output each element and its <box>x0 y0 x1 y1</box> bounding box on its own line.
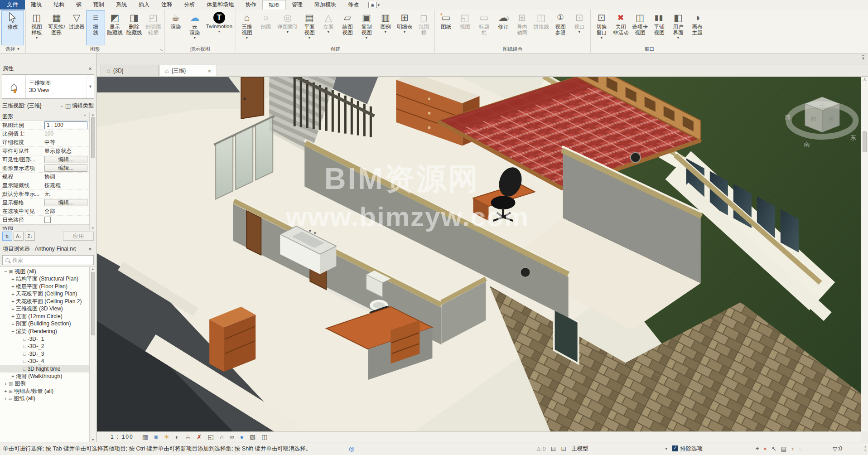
active-workset-dropdown[interactable]: 主模型 ▾ <box>571 445 667 453</box>
ribbon-tab[interactable]: 预制 <box>87 0 110 10</box>
scrollbar-thumb[interactable] <box>863 131 867 152</box>
ribbon-button[interactable]: ⊞ 导向轴网 <box>512 10 531 45</box>
sort-default-button[interactable]: ⇅ <box>2 232 12 241</box>
ribbon-button[interactable]: ⊞ 明细表 ▾ <box>395 10 415 45</box>
ribbon-tab[interactable]: 修改 <box>342 0 365 10</box>
editable-only-indicator[interactable]: ♙:0 <box>536 445 546 452</box>
ribbon-tab[interactable]: 建筑 <box>25 0 48 10</box>
edit-type-button[interactable]: ◫ 编辑类型 <box>65 102 94 110</box>
sort-ascending-button[interactable]: A↓ <box>14 232 24 241</box>
wall-sconce[interactable] <box>631 153 641 163</box>
close-icon[interactable]: × <box>87 246 93 252</box>
property-value[interactable]: 中等 <box>44 139 87 146</box>
tree-expander[interactable]: − <box>10 329 16 334</box>
ribbon-tab[interactable]: 分析 <box>178 0 201 10</box>
ribbon-button[interactable]: ◨ 删除隐藏线 <box>125 10 144 45</box>
tree-expander[interactable]: − <box>3 269 9 274</box>
top-wall[interactable] <box>97 77 240 92</box>
visual-style-icon[interactable]: ■ <box>154 432 158 441</box>
temp-view-properties-icon[interactable]: ▧ <box>250 432 256 441</box>
ribbon-tab[interactable]: 附加模块 <box>309 0 342 10</box>
tree-item[interactable]: − 渲染 (Rendering) <box>0 328 89 335</box>
property-value[interactable]: 编辑... <box>44 199 87 206</box>
chevron-down-icon[interactable]: ⌄ <box>60 103 63 108</box>
property-value[interactable]: 无 <box>44 190 87 198</box>
viewport-scrollbar[interactable]: ∧ <box>861 77 868 431</box>
ribbon-button[interactable]: ◰ 剖切面轮廓 <box>144 10 163 45</box>
temporary-hide-icon[interactable]: ● <box>240 432 243 441</box>
statusbar-resize-icons[interactable]: ∧∨ <box>864 445 867 452</box>
property-value[interactable]: 显示原状态 <box>44 147 87 155</box>
ribbon-button[interactable]: ▮▮ 平铺视图 <box>650 10 669 45</box>
ribbon-button[interactable]: ▣ 复制视图 ▾ <box>357 10 376 45</box>
dialog-launcher-icon[interactable]: ↘ <box>159 48 163 52</box>
wood-door[interactable] <box>241 77 264 119</box>
deselect-icon[interactable]: × <box>763 445 767 452</box>
scroll-down-icon[interactable]: ▾ <box>92 438 94 442</box>
ribbon-button[interactable]: ◻ 范围框 <box>414 10 433 45</box>
ribbon-button[interactable]: ○ 剖面 <box>256 10 275 45</box>
crop-view-icon[interactable]: ✗ <box>197 432 202 441</box>
tree-expander[interactable]: + <box>10 276 16 282</box>
file-tab[interactable]: 文件 <box>0 0 25 10</box>
tree-item[interactable]: + 楼层平面 (Floor Plan) <box>0 283 89 290</box>
tree-expander[interactable]: + <box>10 321 16 327</box>
browser-scrollbar[interactable]: ▴▾ <box>89 267 96 442</box>
tree-item[interactable]: + 漫游 (Walkthrough) <box>0 373 89 380</box>
tree-item[interactable]: + ▥ 图例 <box>0 380 89 388</box>
ribbon-tab[interactable]: 注释 <box>155 0 178 10</box>
ribbon-button[interactable]: ▤ 平面视图 ▾ <box>300 10 319 45</box>
tree-expander[interactable]: + <box>10 373 16 379</box>
ribbon-button[interactable]: △ 立面 ▾ <box>319 10 338 45</box>
tree-item[interactable]: + 剖面 (Building Section) <box>0 320 89 328</box>
panel-label-select[interactable]: 选择▼ <box>0 45 25 53</box>
tree-expander[interactable]: + <box>10 291 16 297</box>
exclude-options-checkbox[interactable]: 排除选项 <box>672 445 703 453</box>
tree-item[interactable]: + ▱ 图纸 (all) <box>0 395 89 403</box>
scale-button[interactable]: 1 : 100 <box>111 434 134 440</box>
unlocked-3d-icon[interactable]: ⌂ <box>220 432 223 441</box>
ribbon-button[interactable]: T Twinmotion ▾ <box>204 10 234 45</box>
ribbon-button[interactable]: ▥ 图例 ▾ <box>376 10 395 45</box>
shadows-icon[interactable]: ◐ <box>175 432 179 441</box>
tree-item[interactable]: + 三维视图 (3D View) <box>0 305 89 313</box>
tree-expander[interactable]: + <box>10 314 16 319</box>
ribbon-button[interactable]: ⊡ 切换窗口 ▾ <box>592 10 611 45</box>
ribbon-button[interactable]: ▱ 绘图视图 <box>338 10 357 45</box>
scroll-up-icon[interactable]: ▴ <box>92 112 94 116</box>
tree-expander[interactable]: + <box>10 284 16 289</box>
view-tab-3d[interactable]: ⌂ {3D} <box>101 65 159 76</box>
tree-item[interactable]: + ⊞ 明细表/数量 (all) <box>0 387 89 395</box>
type-selector[interactable]: ⌂ 三维视图 3D View ▼ <box>2 74 94 99</box>
drag-elements-icon[interactable]: + <box>791 445 795 452</box>
tree-item[interactable]: □ -3D-_4 <box>0 358 89 365</box>
ribbon-button[interactable]: ✖ 关闭非活动 <box>611 10 631 45</box>
ribbon-tab[interactable]: 插入 <box>133 0 155 10</box>
ribbon-button[interactable]: ☁ 云渲染 ▾ <box>185 10 204 45</box>
scrollbar-thumb[interactable] <box>91 117 95 158</box>
ribbon-button[interactable]: ◩ 显示隐藏线 <box>105 10 125 45</box>
ribbon-button[interactable]: ☁ 修订 <box>493 10 512 45</box>
ribbon-tab[interactable]: 体量和场地 <box>201 0 240 10</box>
property-value[interactable]: 100 <box>44 131 87 137</box>
ribbon-tab[interactable]: 结构 <box>48 0 70 10</box>
select-pinned-icon[interactable]: ↖ <box>772 445 776 452</box>
ribbon-tab[interactable]: 协作 <box>240 0 262 10</box>
interior-door[interactable] <box>246 211 261 255</box>
view-tab-3d-active[interactable]: ⌂ {三维} × <box>159 65 217 76</box>
ribbon-button[interactable]: ▭ 图纸 <box>436 10 455 45</box>
property-value[interactable]: 编辑... <box>44 165 87 172</box>
ribbon-button[interactable]: ◫ 视图样板 ▾ <box>27 10 46 45</box>
close-icon[interactable]: × <box>207 68 211 74</box>
collaborate-icon[interactable]: ◎ <box>349 445 354 452</box>
tree-item[interactable]: □ -3D-_2 <box>0 343 89 350</box>
ribbon-tab[interactable]: 钢 <box>70 0 87 10</box>
ribbon-button[interactable]: ◱ 视图 <box>455 10 474 45</box>
tree-expander[interactable]: + <box>10 299 16 304</box>
ribbon-button[interactable]: ☕ 渲染 <box>166 10 185 45</box>
ribbon-button[interactable]: ≡ 细线 <box>86 10 105 45</box>
close-icon[interactable]: × <box>87 65 93 72</box>
tree-expander[interactable]: + <box>10 306 16 312</box>
properties-scrollbar[interactable]: ▴▾ <box>89 112 96 230</box>
modify-button[interactable]: 修改 <box>1 10 24 45</box>
